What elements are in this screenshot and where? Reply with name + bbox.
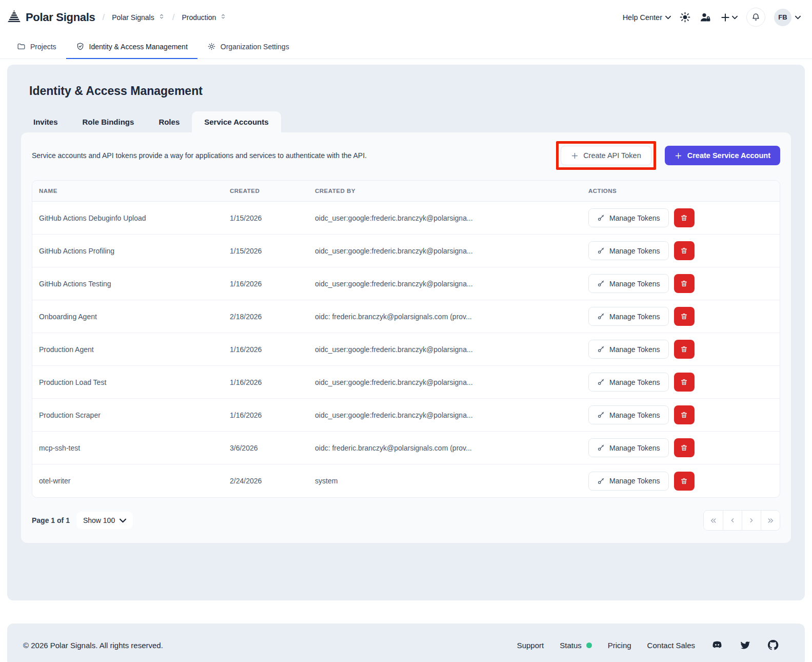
account-menu[interactable]: FB xyxy=(774,9,801,26)
delete-service-account-button[interactable] xyxy=(674,307,695,326)
avatar: FB xyxy=(774,9,791,26)
manage-tokens-button[interactable]: Manage Tokens xyxy=(588,438,669,457)
breadcrumb-project-selector[interactable]: Production xyxy=(182,13,227,22)
cell-created: 1/16/2026 xyxy=(223,378,308,386)
manage-tokens-button[interactable]: Manage Tokens xyxy=(588,405,669,424)
theme-toggle-button[interactable] xyxy=(680,12,690,23)
service-accounts-panel: Service accounts and API tokens provide … xyxy=(21,132,791,543)
nav-item-organization-settings[interactable]: Organization Settings xyxy=(197,34,299,59)
cell-actions: Manage Tokens xyxy=(582,241,780,260)
trash-icon xyxy=(680,411,688,419)
cell-created: 3/6/2026 xyxy=(223,444,308,452)
tab-invites[interactable]: Invites xyxy=(21,111,70,132)
delete-service-account-button[interactable] xyxy=(674,208,695,227)
discord-icon[interactable] xyxy=(711,639,723,651)
table-row: otel-writer 2/24/2026 system Manage Toke… xyxy=(32,464,780,497)
chevron-down-icon xyxy=(120,518,126,523)
manage-tokens-label: Manage Tokens xyxy=(609,444,660,452)
key-icon xyxy=(597,378,605,386)
delete-service-account-button[interactable] xyxy=(674,405,695,424)
page-size-select[interactable]: Show 100 xyxy=(76,512,133,529)
column-header-created: CREATED xyxy=(223,188,308,194)
footer-link-status[interactable]: Status xyxy=(560,641,592,650)
delete-service-account-button[interactable] xyxy=(674,438,695,457)
cell-created: 2/18/2026 xyxy=(223,313,308,321)
tab-service-accounts[interactable]: Service Accounts xyxy=(192,111,281,132)
delete-service-account-button[interactable] xyxy=(674,274,695,293)
manage-tokens-button[interactable]: Manage Tokens xyxy=(588,274,669,293)
column-header-name: NAME xyxy=(32,188,223,194)
breadcrumb-org-label: Polar Signals xyxy=(112,13,154,22)
trash-icon xyxy=(680,280,688,287)
first-page-button[interactable] xyxy=(704,511,723,530)
cell-name: Production Load Test xyxy=(32,378,223,386)
cell-name: Production Scraper xyxy=(32,411,223,419)
next-page-button[interactable] xyxy=(742,511,761,530)
cell-created: 1/15/2026 xyxy=(223,247,308,255)
cell-created-by: oidc_user:google:frederic.branczyk@polar… xyxy=(308,280,582,288)
polar-signals-logo[interactable]: Polar Signals xyxy=(7,9,95,25)
column-header-created-by: CREATED BY xyxy=(308,188,582,194)
page-size-label: Show 100 xyxy=(83,516,115,524)
manage-tokens-label: Manage Tokens xyxy=(609,345,660,354)
cell-created: 1/16/2026 xyxy=(223,280,308,288)
twitter-icon[interactable] xyxy=(739,639,751,651)
sun-icon xyxy=(680,12,690,23)
manage-tokens-button[interactable]: Manage Tokens xyxy=(588,307,669,326)
manage-tokens-button[interactable]: Manage Tokens xyxy=(588,241,669,260)
trash-icon xyxy=(680,378,688,386)
last-page-button[interactable] xyxy=(761,511,780,530)
cell-name: GitHub Actions Testing xyxy=(32,280,223,288)
breadcrumb-separator: / xyxy=(172,12,175,23)
logo-text: Polar Signals xyxy=(26,11,95,24)
previous-page-button[interactable] xyxy=(723,511,742,530)
cell-actions: Manage Tokens xyxy=(582,472,780,491)
breadcrumb-org-selector[interactable]: Polar Signals xyxy=(112,13,165,22)
manage-tokens-label: Manage Tokens xyxy=(609,378,660,386)
delete-service-account-button[interactable] xyxy=(674,340,695,359)
help-center-menu[interactable]: Help Center xyxy=(623,13,671,22)
tab-roles[interactable]: Roles xyxy=(146,111,192,132)
manage-tokens-button[interactable]: Manage Tokens xyxy=(588,340,669,359)
tab-role-bindings[interactable]: Role Bindings xyxy=(70,111,147,132)
notifications-button[interactable] xyxy=(746,8,765,27)
manage-tokens-button[interactable]: Manage Tokens xyxy=(588,472,669,491)
cell-name: otel-writer xyxy=(32,477,223,485)
panel-description: Service accounts and API tokens provide … xyxy=(32,151,367,160)
key-icon xyxy=(597,444,605,452)
caret-down-icon xyxy=(732,15,738,20)
manage-tokens-button[interactable]: Manage Tokens xyxy=(588,373,669,392)
table-row: Onboarding Agent 2/18/2026 oidc: frederi… xyxy=(32,300,780,333)
table-row: GitHub Actions Testing 1/16/2026 oidc_us… xyxy=(32,267,780,300)
manage-tokens-label: Manage Tokens xyxy=(609,477,660,485)
cell-created-by: oidc_user:google:frederic.branczyk@polar… xyxy=(308,214,582,222)
key-icon xyxy=(597,313,605,320)
cell-created: 1/15/2026 xyxy=(223,214,308,222)
chevrons-right-icon xyxy=(766,516,775,525)
page-info: Page 1 of 1 xyxy=(32,516,70,524)
nav-item-label: Projects xyxy=(30,43,56,51)
create-new-menu[interactable] xyxy=(720,12,738,23)
manage-tokens-button[interactable]: Manage Tokens xyxy=(588,208,669,227)
app-header: Polar Signals / Polar Signals / Producti… xyxy=(0,0,812,34)
chevron-updown-icon xyxy=(220,13,227,22)
table-header-row: NAME CREATED CREATED BY ACTIONS xyxy=(32,181,780,202)
delete-service-account-button[interactable] xyxy=(674,373,695,392)
nav-item-identity-access-management[interactable]: Identity & Access Management xyxy=(66,34,197,59)
delete-service-account-button[interactable] xyxy=(674,472,695,491)
create-service-account-button[interactable]: Create Service Account xyxy=(665,146,780,165)
plus-icon xyxy=(571,152,579,160)
cell-created: 1/16/2026 xyxy=(223,345,308,354)
footer-link-support[interactable]: Support xyxy=(517,641,544,650)
footer-link-pricing[interactable]: Pricing xyxy=(608,641,631,650)
delete-service-account-button[interactable] xyxy=(674,241,695,260)
user-permissions-button[interactable] xyxy=(699,11,711,24)
help-center-label: Help Center xyxy=(623,13,662,22)
table-body: GitHub Actions Debuginfo Upload 1/15/202… xyxy=(32,202,780,497)
footer-link-contact-sales[interactable]: Contact Sales xyxy=(647,641,695,650)
github-icon[interactable] xyxy=(767,639,779,651)
create-api-token-button[interactable]: Create API Token xyxy=(561,146,651,165)
nav-item-projects[interactable]: Projects xyxy=(7,34,66,59)
manage-tokens-label: Manage Tokens xyxy=(609,280,660,288)
table-row: Production Load Test 1/16/2026 oidc_user… xyxy=(32,366,780,399)
